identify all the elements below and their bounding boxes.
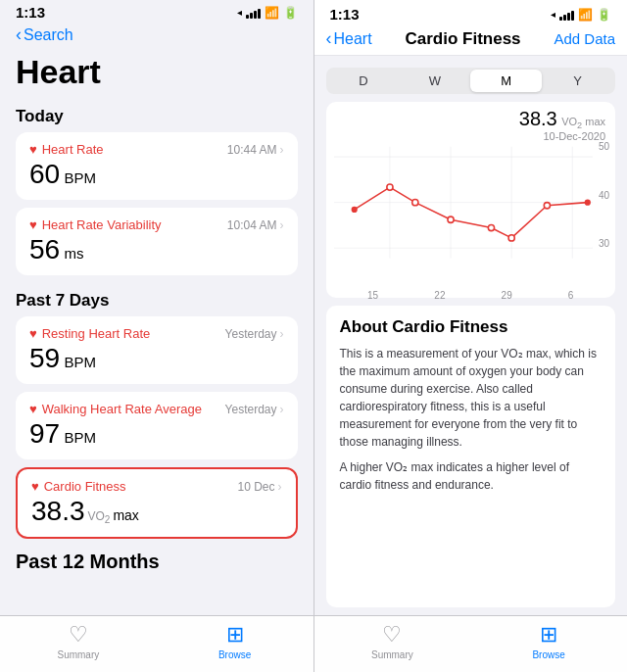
cardio-chevron-icon: › <box>278 480 282 494</box>
right-back-btn[interactable]: ‹ Heart <box>326 28 372 49</box>
right-chevron-icon: ‹ <box>326 28 332 49</box>
left-back-nav[interactable]: ‹ Search <box>0 23 314 49</box>
x-label-22: 22 <box>434 290 445 301</box>
tooltip-value: 38.3 <box>519 108 557 129</box>
walking-hr-chevron-icon: › <box>280 403 284 416</box>
time-selector: D W M Y <box>326 68 616 94</box>
chart-point <box>351 207 357 213</box>
walking-hr-heart-icon: ♥ <box>29 402 37 416</box>
resting-hr-unit: BPM <box>65 354 97 370</box>
right-wifi-icon: 📶 <box>578 8 593 22</box>
right-nav-bar: ‹ Heart Cardio Fitness Add Data <box>314 24 628 56</box>
hrv-chevron-icon: › <box>280 218 284 232</box>
left-back-label: Search <box>24 26 73 44</box>
heart-rate-title: Heart Rate <box>42 142 104 157</box>
left-panel: 1:13 ◂ 📶 🔋 ‹ Search Heart Today <box>0 0 314 672</box>
chart-point <box>386 184 392 190</box>
chart-point <box>508 235 514 241</box>
cardio-meta: 10 Dec <box>237 480 274 494</box>
resting-hr-value: 59 <box>29 343 60 373</box>
about-paragraph-2: A higher VO₂ max indicates a higher leve… <box>340 458 603 494</box>
left-chevron-icon: ‹ <box>16 24 22 45</box>
chart-point-active <box>584 200 590 206</box>
x-label-6: 6 <box>568 290 574 301</box>
summary-label: Summary <box>57 649 99 660</box>
browse-label: Browse <box>218 649 251 660</box>
heart-rate-unit: BPM <box>65 169 97 186</box>
cardio-fitness-card[interactable]: ♥ Cardio Fitness 10 Dec › 38.3 VO2 max <box>16 467 298 539</box>
past7-section-header: Past 7 Days <box>0 283 314 316</box>
walking-hr-value: 97 <box>29 418 60 449</box>
chart-point <box>411 200 417 206</box>
right-back-label: Heart <box>334 30 372 48</box>
hrv-value: 56 <box>29 234 60 264</box>
chart-tooltip: 38.3 VO2 max 10-Dec-2020 <box>519 108 605 142</box>
left-summary-tab[interactable]: ♡ Summary <box>0 622 157 660</box>
x-label-29: 29 <box>502 290 512 301</box>
right-location-icon: ◂ <box>551 9 555 20</box>
right-browse-icon: ⊞ <box>540 622 557 648</box>
cardio-heart-icon: ♥ <box>31 479 39 494</box>
right-browse-tab[interactable]: ⊞ Browse <box>470 622 627 660</box>
right-summary-label: Summary <box>371 649 413 660</box>
page-title: Heart <box>0 49 314 99</box>
y-label-30: 30 <box>599 238 609 249</box>
past12-label: Past 12 Months <box>0 547 314 577</box>
tooltip-unit: VO2 max <box>561 116 605 127</box>
left-status-icons: ◂ 📶 🔋 <box>237 6 298 20</box>
left-tab-bar: ♡ Summary ⊞ Browse <box>0 615 314 672</box>
resting-hr-heart-icon: ♥ <box>29 326 37 341</box>
chart-container: 38.3 VO2 max 10-Dec-2020 50 40 30 <box>326 102 616 298</box>
right-panel: 1:13 ◂ 📶 🔋 ‹ Heart Cardio Fitness Add Da… <box>314 0 628 672</box>
heart-rate-heart-icon: ♥ <box>29 142 37 157</box>
left-browse-tab[interactable]: ⊞ Browse <box>157 622 314 660</box>
chart-line <box>354 187 587 238</box>
right-nav-title: Cardio Fitness <box>405 29 520 49</box>
heart-rate-card[interactable]: ♥ Heart Rate 10:44 AM › 60 BPM <box>16 132 298 200</box>
hrv-meta: 10:04 AM <box>227 218 277 232</box>
about-title: About Cardio Fitness <box>340 317 603 337</box>
chart-point <box>544 203 550 209</box>
time-btn-m[interactable]: M <box>470 70 542 92</box>
resting-hr-chevron-icon: › <box>280 327 284 341</box>
right-content: D W M Y 38.3 VO2 max 10-Dec-2020 50 40 3… <box>314 56 628 615</box>
right-status-bar: 1:13 ◂ 📶 🔋 <box>314 0 628 24</box>
left-time: 1:13 <box>16 4 45 21</box>
hrv-card[interactable]: ♥ Heart Rate Variability 10:04 AM › 56 m… <box>16 208 298 275</box>
add-data-btn[interactable]: Add Data <box>554 30 615 47</box>
time-btn-y[interactable]: Y <box>542 70 613 92</box>
resting-hr-meta: Yesterday <box>225 327 277 341</box>
right-summary-icon: ♡ <box>382 622 402 648</box>
chart-point <box>447 216 453 222</box>
left-status-bar: 1:13 ◂ 📶 🔋 <box>0 0 314 23</box>
heart-rate-value: 60 <box>29 159 60 189</box>
right-battery-icon: 🔋 <box>597 8 611 22</box>
cardio-unit: max <box>113 507 138 523</box>
hrv-heart-icon: ♥ <box>29 217 37 232</box>
right-summary-tab[interactable]: ♡ Summary <box>314 622 471 660</box>
browse-icon: ⊞ <box>226 622 244 648</box>
resting-hr-card[interactable]: ♥ Resting Heart Rate Yesterday › 59 BPM <box>16 316 298 384</box>
walking-hr-card[interactable]: ♥ Walking Heart Rate Average Yesterday ›… <box>16 392 298 459</box>
heart-rate-meta: 10:44 AM <box>227 143 277 157</box>
hrv-unit: ms <box>65 245 84 262</box>
left-content: Today ♥ Heart Rate 10:44 AM › 60 BPM <box>0 99 314 615</box>
tooltip-date: 10-Dec-2020 <box>519 130 605 142</box>
signal-bars <box>246 7 261 19</box>
right-browse-label: Browse <box>532 649 564 660</box>
chart-x-labels: 15 22 29 6 <box>334 290 608 301</box>
cardio-value: 38.3 <box>31 496 85 527</box>
location-icon: ◂ <box>237 7 242 18</box>
right-time: 1:13 <box>330 6 360 23</box>
time-btn-w[interactable]: W <box>399 70 470 92</box>
today-section-header: Today <box>0 99 314 132</box>
resting-hr-title: Resting Heart Rate <box>42 326 151 341</box>
hrv-title: Heart Rate Variability <box>42 217 162 232</box>
right-tab-bar: ♡ Summary ⊞ Browse <box>314 615 628 672</box>
time-btn-d[interactable]: D <box>328 70 400 92</box>
chart-svg <box>334 139 608 286</box>
walking-hr-unit: BPM <box>65 429 97 446</box>
cardio-unit-sub: VO2 <box>88 509 111 525</box>
summary-icon: ♡ <box>69 622 88 648</box>
about-paragraph-1: This is a measurement of your VO₂ max, w… <box>340 345 603 451</box>
